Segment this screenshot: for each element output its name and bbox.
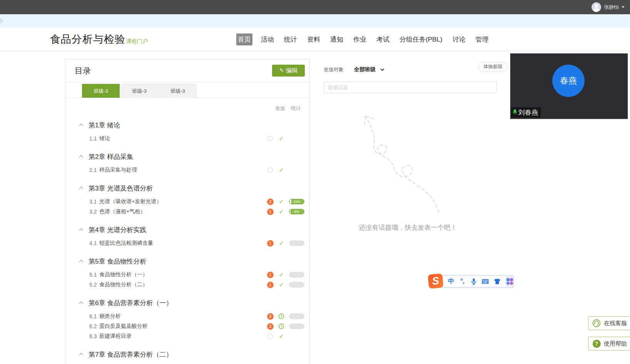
nav-item-8[interactable]: 分组任务(PBL) xyxy=(398,33,444,45)
new-topic-input[interactable] xyxy=(324,82,497,93)
unreleased-circle-icon[interactable] xyxy=(267,167,273,173)
progress-pill[interactable] xyxy=(289,324,304,329)
status-slot: ✓ xyxy=(278,240,285,247)
class-tab-3[interactable]: 班级-3 xyxy=(159,84,197,98)
activity-count-badge[interactable]: 3 xyxy=(267,323,274,330)
released-check-icon[interactable]: ✓ xyxy=(279,240,284,247)
section-title[interactable]: 绪论 xyxy=(99,135,110,142)
chinese-mode-icon[interactable]: 中 xyxy=(448,276,454,286)
punctuation-icon[interactable]: °, xyxy=(459,276,465,286)
nav-item-3[interactable]: 统计 xyxy=(282,33,299,45)
section-title[interactable]: 糖类分析 xyxy=(99,313,121,320)
chapter-title: 第2章 样品采集 xyxy=(89,152,133,161)
course-title: 食品分析与检验 xyxy=(50,32,125,46)
column-release: 发放 xyxy=(275,105,285,112)
catalog-header: 目录 ✎ 编辑 xyxy=(65,59,309,82)
nav-item-5[interactable]: 通知 xyxy=(329,33,345,45)
section-number: 1.1 xyxy=(89,135,99,142)
mic-on-icon xyxy=(513,109,517,116)
section-title[interactable]: 钼蓝比色法检测磷含量 xyxy=(99,240,153,247)
class-tab-1[interactable]: 班级-3 xyxy=(82,84,120,98)
pending-clock-icon[interactable] xyxy=(278,313,284,319)
chapter-row[interactable]: 第6章 食品营养素分析（一） xyxy=(65,297,309,308)
progress-pill[interactable] xyxy=(289,240,304,246)
class-tab-2[interactable]: 班级-3 xyxy=(120,84,158,98)
empty-state-arrow-doodle xyxy=(357,110,448,216)
toolbox-icon[interactable] xyxy=(506,276,513,286)
progress-pill[interactable] xyxy=(289,272,304,277)
nav-item-9[interactable]: 讨论 xyxy=(451,33,467,45)
section-title[interactable]: 色谱（液相+气相） xyxy=(99,208,145,215)
release-slot: 3 xyxy=(267,323,274,330)
chapter-row[interactable]: 第3章 光谱及色谱分析 xyxy=(65,183,309,194)
section-status-group: 1✓6% xyxy=(267,208,304,215)
nav-item-4[interactable]: 资料 xyxy=(306,33,322,45)
nav-item-1[interactable]: 首页 xyxy=(236,33,252,45)
chapter-row[interactable]: 第2章 样品采集 xyxy=(65,151,309,162)
progress-pill[interactable]: 11% xyxy=(289,199,304,204)
activity-count-badge[interactable]: 3 xyxy=(267,313,274,320)
release-target-label: 发放对象 xyxy=(324,66,344,73)
class-select[interactable]: 全部班级 xyxy=(354,66,384,73)
released-check-icon[interactable]: ✓ xyxy=(279,333,284,340)
mic-icon[interactable] xyxy=(471,276,477,286)
nav-item-10[interactable]: 管理 xyxy=(474,33,490,45)
unreleased-circle-icon[interactable] xyxy=(267,136,273,141)
section-title[interactable]: 蛋白质及氨基酸分析 xyxy=(99,323,148,330)
section-row: 3.2色谱（液相+气相）1✓6% xyxy=(65,207,309,217)
chevron-up-icon xyxy=(79,124,83,128)
activity-count-badge[interactable]: 1 xyxy=(267,209,274,215)
unreleased-circle-icon[interactable] xyxy=(267,334,273,339)
video-call-widget[interactable]: 春燕 刘春燕 xyxy=(510,53,628,119)
section-title[interactable]: 光谱（吸收谱+发射光谱） xyxy=(99,198,162,205)
chapter-row[interactable]: 第5章 食品物性分析 xyxy=(65,256,309,267)
status-slot: ✓ xyxy=(278,281,285,288)
video-participant-name: 刘春燕 xyxy=(518,108,538,117)
activity-count-badge[interactable]: 1 xyxy=(267,282,274,288)
section-title[interactable]: 新建课程目录 xyxy=(99,333,132,340)
section-status-group: ✓ xyxy=(267,167,304,174)
section-title[interactable]: 食品物性分析（一） xyxy=(99,271,148,278)
chapter-row[interactable]: 第1章 绪论 xyxy=(65,120,309,130)
progress-pill[interactable]: 6% xyxy=(289,209,304,214)
section-number: 3.1 xyxy=(89,199,99,205)
activity-count-badge[interactable]: 1 xyxy=(267,272,274,278)
edit-button[interactable]: ✎ 编辑 xyxy=(272,65,305,77)
released-check-icon[interactable]: ✓ xyxy=(279,198,284,205)
released-check-icon[interactable]: ✓ xyxy=(279,271,284,278)
released-check-icon[interactable]: ✓ xyxy=(279,281,284,288)
released-check-icon[interactable]: ✓ xyxy=(279,167,284,174)
online-service-label: 在线客服 xyxy=(604,320,627,327)
keyboard-icon[interactable] xyxy=(482,276,489,286)
skin-icon[interactable] xyxy=(494,276,501,286)
section-title[interactable]: 样品采集与处理 xyxy=(99,167,137,174)
main-nav: 首页活动统计资料通知作业考试分组任务(PBL)讨论管理 xyxy=(236,28,490,51)
user-avatar-icon xyxy=(592,2,601,12)
activity-count-badge[interactable]: 2 xyxy=(267,199,274,205)
nav-item-6[interactable]: 作业 xyxy=(352,33,368,45)
released-check-icon[interactable]: ✓ xyxy=(279,135,284,142)
nav-item-2[interactable]: 活动 xyxy=(259,33,276,45)
section-title[interactable]: 食品物性分析（二） xyxy=(99,281,148,288)
chapter-row[interactable]: 第4章 光谱分析实践 xyxy=(65,224,309,235)
user-menu[interactable]: 张静怡 xyxy=(592,0,625,14)
nav-item-7[interactable]: 考试 xyxy=(375,33,391,45)
chevron-up-icon xyxy=(79,301,83,306)
online-service-button[interactable]: 在线客服 xyxy=(588,316,630,330)
pending-clock-icon[interactable] xyxy=(278,323,284,329)
release-slot: 1 xyxy=(267,209,274,215)
progress-pill[interactable] xyxy=(289,314,304,319)
stats-slot xyxy=(289,240,304,246)
released-check-icon[interactable]: ✓ xyxy=(279,208,284,215)
sogou-logo-icon[interactable]: S xyxy=(428,273,443,289)
section-status-group: 1✓ xyxy=(267,271,304,278)
progress-pill[interactable] xyxy=(289,282,304,287)
help-button[interactable]: ? 使用帮助 xyxy=(588,337,630,351)
activity-count-badge[interactable]: 1 xyxy=(267,240,274,247)
chapter-row[interactable]: 第7章 食品营养素分析（二） xyxy=(65,349,309,360)
release-target-row: 发放对象 全部班级 xyxy=(324,66,384,73)
chevron-up-icon xyxy=(79,228,83,232)
new-version-button[interactable]: 体验新版 xyxy=(478,62,508,72)
release-slot: 1 xyxy=(267,282,274,288)
chevron-right-icon[interactable] xyxy=(0,18,3,23)
